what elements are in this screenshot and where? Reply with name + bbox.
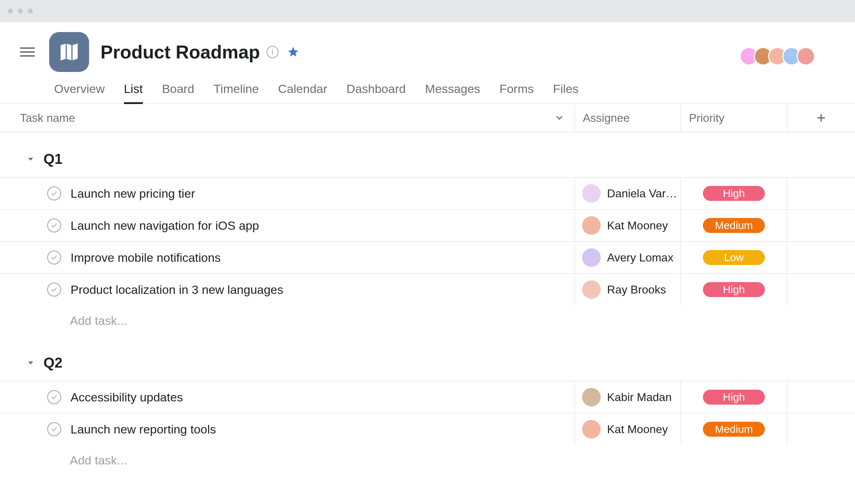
- add-task-button[interactable]: Add task...: [0, 305, 855, 336]
- task-name: Launch new reporting tools: [71, 422, 216, 436]
- priority-pill: Medium: [703, 218, 765, 233]
- task-priority-cell[interactable]: High: [680, 274, 787, 305]
- task-row[interactable]: Launch new pricing tierDaniela Var…High: [0, 177, 855, 209]
- task-extra-cell[interactable]: [787, 274, 855, 305]
- column-assignee[interactable]: Assignee: [574, 104, 680, 132]
- priority-pill: High: [703, 282, 765, 297]
- assignee-name: Kat Mooney: [607, 423, 668, 436]
- add-task-button[interactable]: Add task...: [0, 445, 855, 476]
- assignee-avatar: [582, 420, 601, 438]
- check-icon: [50, 286, 58, 293]
- complete-checkbox[interactable]: [47, 186, 61, 201]
- assignee-name: Daniela Var…: [607, 187, 677, 200]
- traffic-light-minimize[interactable]: [18, 9, 23, 14]
- complete-checkbox[interactable]: [47, 390, 61, 404]
- task-assignee-cell[interactable]: Kabir Madan: [574, 381, 680, 413]
- section-header[interactable]: Q1: [0, 133, 855, 177]
- task-extra-cell[interactable]: [787, 210, 855, 241]
- task-assignee-cell[interactable]: Kat Mooney: [574, 414, 680, 445]
- info-icon[interactable]: i: [266, 46, 279, 58]
- assignee-avatar: [582, 280, 601, 299]
- tab-calendar[interactable]: Calendar: [278, 82, 327, 103]
- tab-forms[interactable]: Forms: [499, 82, 534, 103]
- task-main[interactable]: Launch new pricing tier: [0, 186, 574, 201]
- task-row[interactable]: Launch new reporting toolsKat MooneyMedi…: [0, 413, 855, 445]
- check-icon: [50, 222, 58, 229]
- project-members[interactable]: [744, 38, 835, 66]
- menu-toggle-button[interactable]: [20, 45, 35, 59]
- tab-timeline[interactable]: Timeline: [213, 82, 259, 103]
- task-row[interactable]: Improve mobile notificationsAvery LomaxL…: [0, 241, 855, 273]
- member-avatar[interactable]: [797, 47, 815, 66]
- tab-files[interactable]: Files: [553, 82, 579, 103]
- add-column-button[interactable]: [787, 104, 855, 132]
- task-assignee-cell[interactable]: Avery Lomax: [574, 242, 680, 273]
- window-titlebar: [0, 0, 855, 22]
- caret-down-icon: [26, 155, 35, 163]
- assignee-name: Kabir Madan: [607, 391, 672, 404]
- task-assignee-cell[interactable]: Ray Brooks: [574, 274, 680, 305]
- star-icon[interactable]: [287, 46, 299, 58]
- column-task-name[interactable]: Task name: [0, 111, 574, 125]
- traffic-light-close[interactable]: [8, 9, 13, 14]
- task-extra-cell[interactable]: [787, 414, 855, 445]
- tab-overview[interactable]: Overview: [54, 82, 105, 103]
- task-extra-cell[interactable]: [787, 242, 855, 273]
- task-priority-cell[interactable]: Medium: [680, 414, 787, 445]
- check-icon: [50, 189, 58, 197]
- section-title: Q1: [43, 151, 62, 167]
- task-main[interactable]: Launch new navigation for iOS app: [0, 218, 574, 233]
- tab-dashboard[interactable]: Dashboard: [347, 82, 406, 103]
- traffic-light-zoom[interactable]: [28, 9, 33, 14]
- task-name: Accessibility updates: [71, 390, 183, 404]
- chevron-down-icon[interactable]: [554, 113, 564, 123]
- priority-pill: High: [703, 390, 765, 405]
- assignee-name: Kat Mooney: [607, 219, 668, 232]
- project-header: Product Roadmap i: [0, 22, 855, 72]
- task-extra-cell[interactable]: [787, 178, 855, 209]
- column-priority-label: Priority: [689, 111, 725, 125]
- task-name: Launch new pricing tier: [71, 187, 195, 201]
- task-priority-cell[interactable]: Low: [680, 242, 787, 273]
- project-title[interactable]: Product Roadmap: [100, 41, 260, 63]
- priority-pill: Low: [703, 250, 765, 265]
- caret-down-icon: [26, 359, 35, 367]
- task-main[interactable]: Launch new reporting tools: [0, 422, 574, 436]
- complete-checkbox[interactable]: [47, 250, 61, 265]
- priority-pill: High: [703, 186, 765, 201]
- priority-pill: Medium: [703, 422, 765, 437]
- check-icon: [50, 425, 58, 433]
- task-row[interactable]: Product localization in 3 new languagesR…: [0, 273, 855, 305]
- task-priority-cell[interactable]: Medium: [680, 210, 787, 241]
- task-main[interactable]: Accessibility updates: [0, 390, 574, 404]
- tab-list[interactable]: List: [124, 82, 143, 104]
- assignee-name: Ray Brooks: [607, 283, 666, 296]
- assignee-avatar: [582, 216, 601, 235]
- column-priority[interactable]: Priority: [680, 104, 787, 132]
- complete-checkbox[interactable]: [47, 422, 61, 436]
- assignee-avatar: [582, 248, 601, 267]
- task-assignee-cell[interactable]: Daniela Var…: [574, 178, 680, 209]
- assignee-name: Avery Lomax: [607, 251, 673, 264]
- check-icon: [50, 393, 58, 401]
- plus-icon: [816, 113, 826, 123]
- assignee-avatar: [582, 388, 601, 406]
- task-extra-cell[interactable]: [787, 381, 855, 413]
- complete-checkbox[interactable]: [47, 282, 61, 297]
- tab-messages[interactable]: Messages: [425, 82, 480, 103]
- tab-board[interactable]: Board: [162, 82, 195, 103]
- task-name: Launch new navigation for iOS app: [71, 219, 259, 233]
- task-assignee-cell[interactable]: Kat Mooney: [574, 210, 680, 241]
- app-root: Product Roadmap i OverviewListBoardTimel…: [0, 22, 855, 476]
- project-icon[interactable]: [49, 32, 89, 72]
- task-row[interactable]: Accessibility updatesKabir MadanHigh: [0, 381, 855, 413]
- task-main[interactable]: Improve mobile notifications: [0, 250, 574, 265]
- task-priority-cell[interactable]: High: [680, 381, 787, 413]
- task-priority-cell[interactable]: High: [680, 178, 787, 209]
- check-icon: [50, 254, 58, 261]
- task-name: Improve mobile notifications: [71, 251, 221, 265]
- complete-checkbox[interactable]: [47, 218, 61, 233]
- task-main[interactable]: Product localization in 3 new languages: [0, 282, 574, 297]
- section-header[interactable]: Q2: [0, 336, 855, 381]
- task-row[interactable]: Launch new navigation for iOS appKat Moo…: [0, 209, 855, 241]
